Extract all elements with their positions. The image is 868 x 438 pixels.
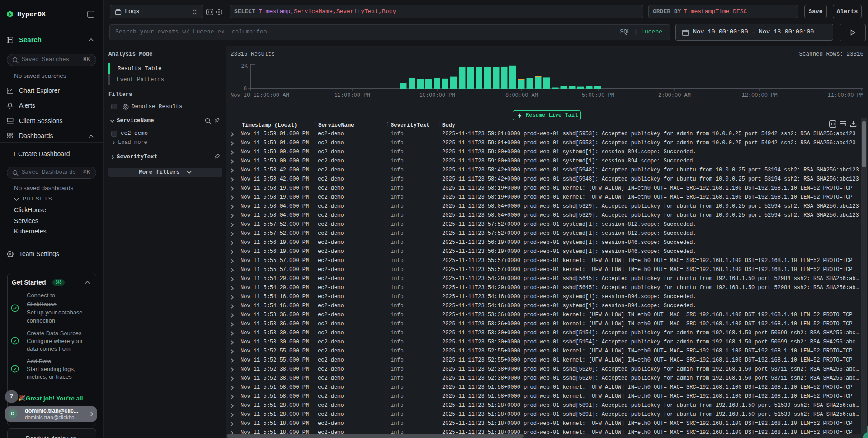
svg-text:8:00:00 AM: 8:00:00 AM bbox=[505, 92, 538, 99]
svg-text:10:00:00 PM: 10:00:00 PM bbox=[419, 92, 455, 99]
svg-text:Nov 10 12:00:00 AM: Nov 10 12:00:00 AM bbox=[231, 92, 289, 99]
svg-text:12:00:00 PM: 12:00:00 PM bbox=[334, 92, 370, 99]
svg-text:0: 0 bbox=[244, 86, 247, 92]
svg-text:2:00:00 AM: 2:00:00 AM bbox=[658, 92, 691, 99]
svg-text:2K: 2K bbox=[241, 63, 248, 70]
svg-text:11:00:00 PM: 11:00:00 PM bbox=[828, 92, 863, 99]
svg-text:12:00:00 PM: 12:00:00 PM bbox=[741, 92, 777, 99]
svg-text:5:00:00 PM: 5:00:00 PM bbox=[582, 92, 614, 99]
